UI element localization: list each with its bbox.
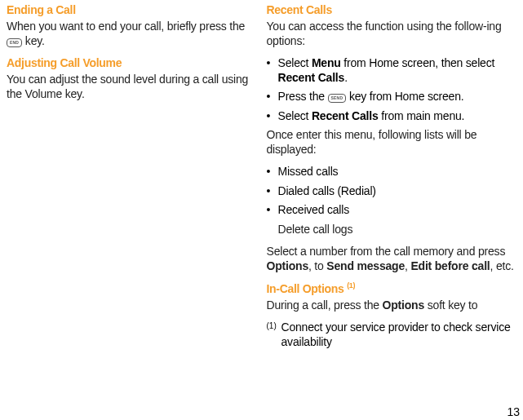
heading-recent-calls: Recent Calls bbox=[267, 3, 517, 16]
list-item: • Received calls bbox=[267, 203, 517, 218]
list-item-text: Select Recent Calls from main menu. bbox=[278, 109, 517, 124]
text-bold: Options bbox=[267, 259, 308, 272]
text: Press the bbox=[278, 90, 328, 103]
heading-text: In-Call Options bbox=[267, 282, 348, 295]
send-key-icon: SEND bbox=[328, 94, 347, 103]
paragraph-incall: During a call, press the Options soft ke… bbox=[267, 298, 517, 313]
paragraph-end-call: When you want to end your call, briefly … bbox=[7, 20, 257, 48]
heading-adjust-volume: Adjusting Call Volume bbox=[7, 56, 257, 69]
bullet-icon: • bbox=[267, 165, 278, 179]
footnote-ref: (1) bbox=[347, 281, 355, 290]
list-item-text: Delete call logs bbox=[278, 223, 517, 237]
footnote-marker: (1) bbox=[267, 321, 281, 349]
text: Select a number from the call memory and… bbox=[267, 245, 506, 258]
list-item: • Missed calls bbox=[267, 165, 517, 179]
text: Select bbox=[278, 109, 312, 122]
text: . bbox=[344, 71, 348, 84]
text: key from Home screen. bbox=[346, 90, 463, 103]
bullet-icon: • bbox=[267, 203, 278, 218]
text: from main menu. bbox=[379, 109, 465, 122]
text: During a call, press the bbox=[267, 298, 383, 312]
bullet-icon: • bbox=[267, 109, 278, 124]
end-key-icon: END bbox=[7, 38, 22, 47]
heading-ending-call: Ending a Call bbox=[7, 3, 257, 16]
footnote: (1) Connect your service provider to che… bbox=[267, 321, 517, 349]
text-bold: Options bbox=[383, 298, 424, 312]
text: When you want to end your call, briefly … bbox=[7, 20, 245, 33]
text-bold: Edit before call bbox=[410, 259, 490, 272]
list-item-text: Press the SEND key from Home screen. bbox=[278, 90, 517, 104]
text-bold: Menu bbox=[312, 56, 341, 69]
list-item: • Dialed calls (Redial) bbox=[267, 184, 517, 199]
paragraph-adjust-volume: You can adjust the sound level during a … bbox=[7, 73, 257, 101]
bullet-icon: • bbox=[267, 184, 278, 199]
right-column: Recent Calls You can access the function… bbox=[262, 3, 522, 420]
text-bold: Send message bbox=[326, 259, 405, 272]
heading-incall-options: In-Call Options (1) bbox=[267, 281, 517, 295]
paragraph-lists-intro: Once enter this menu, following lists wi… bbox=[267, 128, 517, 157]
text: , etc. bbox=[490, 259, 514, 272]
list-item-text: Received calls bbox=[278, 203, 517, 218]
list-item: • Press the SEND key from Home screen. bbox=[267, 90, 517, 104]
text-bold: Recent Calls bbox=[312, 109, 379, 122]
text: soft key to bbox=[424, 298, 477, 312]
list-item-text: Dialed calls (Redial) bbox=[278, 184, 517, 199]
list-item-text: Missed calls bbox=[278, 165, 517, 179]
text: from Home screen, then select bbox=[341, 56, 495, 69]
page-number: 13 bbox=[507, 405, 520, 418]
text: , to bbox=[308, 259, 326, 272]
bullet-icon: • bbox=[267, 90, 278, 104]
paragraph-options: Select a number from the call memory and… bbox=[267, 245, 517, 273]
text: Select bbox=[278, 56, 312, 69]
bullet-icon: • bbox=[267, 56, 278, 85]
list-item: • Select Recent Calls from main menu. bbox=[267, 109, 517, 124]
paragraph-recent-intro: You can access the function using the fo… bbox=[267, 20, 517, 48]
list-item: • Select Menu from Home screen, then sel… bbox=[267, 56, 517, 85]
list-item-text: Select Menu from Home screen, then selec… bbox=[278, 56, 517, 85]
text: key. bbox=[22, 34, 45, 47]
text-bold: Recent Calls bbox=[278, 71, 345, 84]
left-column: Ending a Call When you want to end your … bbox=[2, 3, 262, 420]
footnote-text: Connect your service provider to check s… bbox=[281, 321, 517, 349]
